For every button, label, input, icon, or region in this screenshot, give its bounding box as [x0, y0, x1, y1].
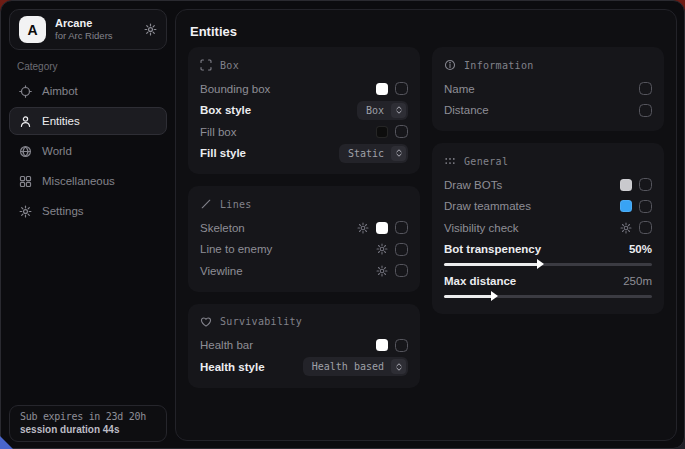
checkbox[interactable]: [395, 82, 408, 95]
checkbox[interactable]: [639, 82, 652, 95]
row-fill-box: Fill box: [200, 121, 408, 143]
sidebar-item-aimbot[interactable]: Aimbot: [9, 77, 167, 105]
row-controls: [376, 264, 408, 277]
dropdown-value: Health based: [312, 361, 384, 372]
checkbox[interactable]: [395, 125, 408, 138]
heart-icon: [200, 316, 212, 328]
sidebar-nav: AimbotEntitiesWorldMiscellaneousSettings: [1, 77, 175, 225]
row-controls: Health based: [303, 357, 408, 376]
row-label: Box style: [200, 104, 251, 116]
row-line-to-enemy: Line to enemy: [200, 239, 408, 261]
slider-fill: [444, 263, 538, 266]
sidebar-item-entities[interactable]: Entities: [9, 107, 167, 135]
slider-fill: [444, 295, 492, 298]
line-icon: [200, 198, 212, 210]
row-controls: [376, 82, 408, 95]
slider-row-max-distance: Max distance250m: [444, 272, 652, 298]
sidebar-item-label: Miscellaneous: [42, 175, 115, 187]
panel-header: General: [444, 155, 652, 167]
panel-title: Lines: [220, 199, 252, 210]
sidebar-item-label: World: [42, 145, 72, 157]
color-swatch[interactable]: [620, 200, 632, 212]
panel-header: Information: [444, 59, 652, 71]
checkbox[interactable]: [395, 339, 408, 352]
row-label: Skeleton: [200, 222, 245, 234]
row-label: Distance: [444, 104, 489, 116]
info-icon: [444, 59, 456, 71]
row-skeleton: Skeleton: [200, 217, 408, 239]
dropdown[interactable]: Health based: [303, 357, 408, 376]
row-label: Health bar: [200, 339, 253, 351]
sidebar-item-settings[interactable]: Settings: [9, 197, 167, 225]
checkbox[interactable]: [395, 264, 408, 277]
slider-thumb[interactable]: [537, 259, 544, 269]
panel-title: General: [464, 156, 508, 167]
app-title: Arcane: [55, 17, 113, 31]
panel-title: Survivability: [220, 316, 302, 327]
dropdown[interactable]: Static: [339, 144, 408, 163]
checkbox[interactable]: [395, 221, 408, 234]
row-box-style: Box styleBox: [200, 100, 408, 122]
row-health-style: Health styleHealth based: [200, 356, 408, 378]
checkbox[interactable]: [639, 178, 652, 191]
color-swatch[interactable]: [376, 222, 388, 234]
dropdown-value: Box: [366, 105, 384, 116]
right-column: InformationNameDistanceGeneralDraw BOTsD…: [432, 47, 664, 314]
gear-mini-icon[interactable]: [376, 243, 388, 255]
logo-gear-icon[interactable]: [144, 23, 157, 36]
row-fill-style: Fill styleStatic: [200, 143, 408, 165]
row-controls: [376, 243, 408, 256]
checkbox[interactable]: [395, 243, 408, 256]
row-controls: Static: [339, 144, 408, 163]
row-controls: [639, 82, 652, 95]
logo-text: Arcane for Arc Riders: [55, 17, 113, 43]
checkbox[interactable]: [639, 221, 652, 234]
dropdown-value: Static: [348, 148, 384, 159]
row-viewline: Viewline: [200, 260, 408, 282]
color-swatch[interactable]: [376, 83, 388, 95]
session-duration-text: session duration 44s: [20, 424, 156, 435]
row-controls: [620, 221, 652, 234]
row-controls: [376, 339, 408, 352]
slider-row-bot-transpenency: Bot transpenency50%: [444, 240, 652, 266]
slider-thumb[interactable]: [491, 291, 498, 301]
color-swatch[interactable]: [620, 179, 632, 191]
row-controls: [620, 200, 652, 213]
panel-title: Box: [220, 60, 239, 71]
gear-mini-icon[interactable]: [357, 222, 369, 234]
row-draw-teammates: Draw teammates: [444, 196, 652, 218]
grid-icon: [19, 175, 32, 188]
dots-grid-icon: [444, 155, 456, 167]
slider-track[interactable]: [444, 295, 652, 298]
row-label: Max distance: [444, 275, 516, 287]
row-label: Fill style: [200, 147, 246, 159]
checkbox[interactable]: [639, 104, 652, 117]
sidebar-item-label: Settings: [42, 205, 84, 217]
color-swatch[interactable]: [376, 339, 388, 351]
row-controls: [639, 104, 652, 117]
gear-mini-icon[interactable]: [376, 265, 388, 277]
slider-value: 250m: [623, 275, 652, 287]
sidebar-item-world[interactable]: World: [9, 137, 167, 165]
category-label: Category: [17, 61, 159, 72]
dropdown[interactable]: Box: [357, 101, 408, 120]
sidebar-item-miscellaneous[interactable]: Miscellaneous: [9, 167, 167, 195]
row-label: Bot transpenency: [444, 243, 541, 255]
row-label: Fill box: [200, 126, 236, 138]
row-visibility-check: Visibility check: [444, 217, 652, 239]
color-swatch[interactable]: [376, 126, 388, 138]
row-label: Draw BOTs: [444, 179, 502, 191]
logo-card: A Arcane for Arc Riders: [9, 9, 167, 50]
gear-icon: [19, 205, 32, 218]
gear-mini-icon[interactable]: [620, 222, 632, 234]
app-subtitle: for Arc Riders: [55, 30, 113, 42]
row-controls: Box: [357, 101, 408, 120]
checkbox[interactable]: [639, 200, 652, 213]
slider-track[interactable]: [444, 263, 652, 266]
crosshair-icon: [19, 85, 32, 98]
row-controls: [357, 221, 408, 234]
sidebar-item-label: Entities: [42, 115, 80, 127]
panel-lines: LinesSkeletonLine to enemyViewline: [188, 186, 420, 292]
corner-cursor-shape: [0, 436, 13, 449]
row-distance: Distance: [444, 100, 652, 122]
